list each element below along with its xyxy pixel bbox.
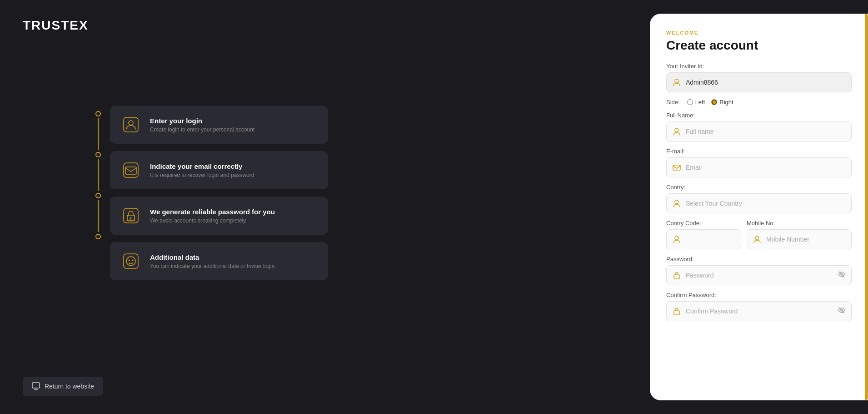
svg-point-1 bbox=[129, 121, 133, 125]
password-group: Password: bbox=[666, 256, 852, 285]
step-icon-box-1 bbox=[120, 114, 142, 136]
svg-rect-9 bbox=[124, 254, 138, 268]
confirm-password-label: Confirm Password: bbox=[666, 292, 852, 298]
step-desc-3: We avoid accounts breaking completely bbox=[150, 217, 275, 224]
country-code-input-wrapper bbox=[666, 229, 741, 249]
svg-point-16 bbox=[675, 79, 678, 83]
country-group: Contry: bbox=[666, 184, 852, 213]
mobile-label: Mobile No: bbox=[747, 220, 852, 227]
user-icon bbox=[672, 78, 681, 87]
svg-rect-0 bbox=[124, 117, 138, 132]
password-icon bbox=[672, 271, 681, 280]
step-icon-box-4 bbox=[120, 250, 142, 272]
steps-timeline bbox=[95, 106, 101, 239]
country-code-input[interactable] bbox=[686, 230, 735, 249]
step-dot-3 bbox=[95, 193, 101, 198]
step-line-3 bbox=[98, 200, 99, 232]
inviter-id-input-wrapper bbox=[666, 72, 852, 92]
svg-point-19 bbox=[675, 200, 678, 204]
email-field-icon bbox=[672, 163, 681, 172]
radio-left-input[interactable] bbox=[687, 99, 693, 105]
confirm-password-icon bbox=[672, 307, 681, 316]
step-desc-2: It is required to recover login and pass… bbox=[150, 172, 254, 178]
password-label: Password: bbox=[666, 256, 852, 263]
face-icon bbox=[123, 253, 139, 269]
step-title-1: Enter your login bbox=[150, 117, 254, 125]
mobile-group: Mobile No: bbox=[747, 220, 852, 249]
step-dot-4 bbox=[95, 234, 101, 239]
full-name-group: Full Name: bbox=[666, 112, 852, 141]
person-icon bbox=[123, 117, 139, 132]
country-code-label: Contry Code: bbox=[666, 220, 741, 227]
step-card-4: Additional data You can indicate your ad… bbox=[110, 242, 328, 280]
monitor-icon bbox=[32, 382, 40, 390]
step-card-2: Indicate your email correctly It is requ… bbox=[110, 151, 328, 189]
mobile-input-wrapper bbox=[747, 229, 852, 249]
country-icon bbox=[672, 199, 681, 208]
welcome-label: WELCOME bbox=[666, 30, 852, 35]
mobile-icon bbox=[753, 235, 762, 244]
mobile-input[interactable] bbox=[766, 230, 846, 249]
email-icon bbox=[123, 162, 139, 178]
email-input[interactable] bbox=[686, 158, 846, 177]
step-title-3: We generate reliable password for you bbox=[150, 208, 275, 216]
svg-rect-25 bbox=[674, 311, 679, 315]
step-icon-box-2 bbox=[120, 159, 142, 181]
country-code-group: Contry Code: bbox=[666, 220, 741, 249]
full-name-label: Full Name: bbox=[666, 112, 852, 119]
password-input[interactable] bbox=[686, 266, 834, 285]
email-group: E-mail: bbox=[666, 148, 852, 177]
step-title-4: Additional data bbox=[150, 253, 274, 261]
confirm-password-input-wrapper bbox=[666, 301, 852, 321]
step-dot-2 bbox=[95, 152, 101, 157]
password-toggle-icon[interactable] bbox=[838, 270, 846, 280]
svg-rect-3 bbox=[125, 167, 136, 174]
steps-list: Enter your login Create login to enter y… bbox=[110, 106, 328, 280]
radio-right[interactable]: Right bbox=[711, 99, 733, 106]
radio-right-input[interactable] bbox=[711, 99, 717, 105]
full-name-icon bbox=[672, 127, 681, 136]
lock-icon bbox=[123, 208, 139, 223]
step-desc-1: Create login to enter your personal acco… bbox=[150, 126, 254, 133]
country-code-icon bbox=[672, 235, 681, 244]
svg-rect-2 bbox=[124, 163, 138, 177]
confirm-password-toggle-icon[interactable] bbox=[838, 306, 846, 316]
full-name-input[interactable] bbox=[686, 122, 846, 141]
svg-point-10 bbox=[126, 257, 135, 266]
radio-right-label: Right bbox=[719, 99, 733, 106]
svg-rect-18 bbox=[673, 165, 680, 170]
step-line-1 bbox=[98, 118, 99, 150]
svg-point-11 bbox=[129, 260, 130, 261]
radio-left-label: Left bbox=[695, 99, 705, 106]
confirm-password-group: Confirm Password: bbox=[666, 292, 852, 321]
svg-point-17 bbox=[675, 128, 678, 132]
side-label: Side: bbox=[666, 99, 680, 106]
return-to-website-button[interactable]: Return to website bbox=[23, 377, 103, 396]
password-input-wrapper bbox=[666, 265, 852, 285]
svg-point-12 bbox=[132, 260, 134, 261]
radio-left[interactable]: Left bbox=[687, 99, 705, 106]
inviter-id-label: Your Inviter Id: bbox=[666, 63, 852, 70]
svg-rect-22 bbox=[674, 275, 679, 279]
return-btn-label: Return to website bbox=[45, 383, 94, 390]
svg-point-21 bbox=[755, 236, 759, 240]
step-title-2: Indicate your email correctly bbox=[150, 162, 254, 170]
email-label: E-mail: bbox=[666, 148, 852, 155]
country-input-wrapper bbox=[666, 193, 852, 213]
email-input-wrapper bbox=[666, 157, 852, 177]
steps-container: Enter your login Create login to enter y… bbox=[95, 106, 627, 280]
step-card-1: Enter your login Create login to enter y… bbox=[110, 106, 328, 144]
step-icon-box-3 bbox=[120, 205, 142, 227]
form-title: Create account bbox=[666, 38, 852, 53]
step-dot-1 bbox=[95, 111, 101, 116]
confirm-password-input[interactable] bbox=[686, 302, 834, 321]
step-text-2: Indicate your email correctly It is requ… bbox=[150, 162, 254, 178]
step-text-3: We generate reliable password for you We… bbox=[150, 208, 275, 224]
side-row: Side: Left Right bbox=[666, 99, 852, 106]
step-text-1: Enter your login Create login to enter y… bbox=[150, 117, 254, 133]
country-input[interactable] bbox=[686, 194, 846, 213]
inviter-id-input[interactable] bbox=[686, 73, 846, 92]
svg-rect-13 bbox=[32, 383, 40, 388]
country-label: Contry: bbox=[666, 184, 852, 191]
svg-point-20 bbox=[675, 236, 678, 240]
